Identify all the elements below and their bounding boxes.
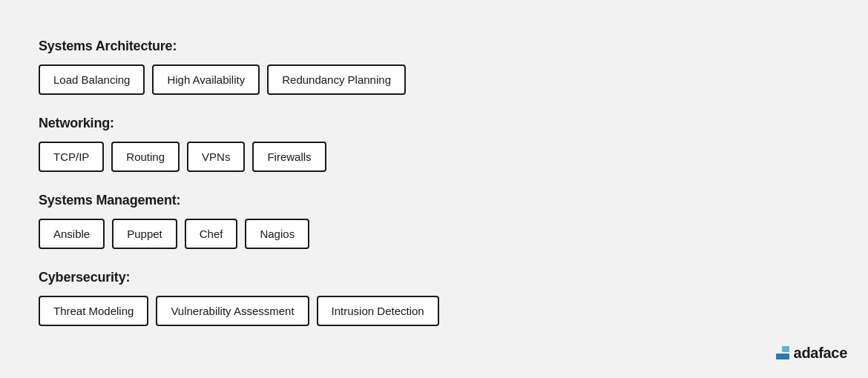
- section-title-cybersecurity: Cybersecurity:: [39, 270, 439, 285]
- section-title-networking: Networking:: [39, 116, 439, 131]
- tags-row-cybersecurity: Threat ModelingVulnerability AssessmentI…: [39, 296, 439, 326]
- tag-load-balancing: Load Balancing: [39, 64, 145, 95]
- tag-ansible: Ansible: [39, 219, 105, 249]
- tag-intrusion-detection: Intrusion Detection: [317, 296, 439, 326]
- logo-bar-bottom: [776, 354, 789, 359]
- adaface-logo: [776, 346, 789, 361]
- main-content: Systems Architecture:Load BalancingHigh …: [0, 0, 478, 365]
- section-systems-management: Systems Management:AnsiblePuppetChefNagi…: [39, 193, 439, 249]
- tag-firewalls: Firewalls: [252, 142, 326, 172]
- tags-row-systems-management: AnsiblePuppetChefNagios: [39, 219, 439, 249]
- tag-routing: Routing: [111, 142, 180, 172]
- tags-row-networking: TCP/IPRoutingVPNsFirewalls: [39, 142, 439, 172]
- section-cybersecurity: Cybersecurity:Threat ModelingVulnerabili…: [39, 270, 439, 326]
- tag-chef: Chef: [185, 219, 238, 249]
- branding: adaface: [776, 345, 847, 362]
- tag-high-availability: High Availability: [152, 64, 260, 95]
- tag-tcp-ip: TCP/IP: [39, 142, 104, 172]
- tag-vpns: VPNs: [187, 142, 245, 172]
- tag-nagios: Nagios: [245, 219, 309, 249]
- section-systems-architecture: Systems Architecture:Load BalancingHigh …: [39, 39, 439, 95]
- tag-threat-modeling: Threat Modeling: [39, 296, 148, 326]
- branding-text: adaface: [794, 345, 847, 362]
- tag-redundancy-planning: Redundancy Planning: [267, 64, 406, 95]
- section-title-systems-architecture: Systems Architecture:: [39, 39, 439, 54]
- tag-puppet: Puppet: [112, 219, 177, 249]
- tags-row-systems-architecture: Load BalancingHigh AvailabilityRedundanc…: [39, 64, 439, 95]
- logo-bar-top: [782, 346, 789, 352]
- tag-vulnerability-assessment: Vulnerability Assessment: [156, 296, 309, 326]
- section-title-systems-management: Systems Management:: [39, 193, 439, 208]
- section-networking: Networking:TCP/IPRoutingVPNsFirewalls: [39, 116, 439, 172]
